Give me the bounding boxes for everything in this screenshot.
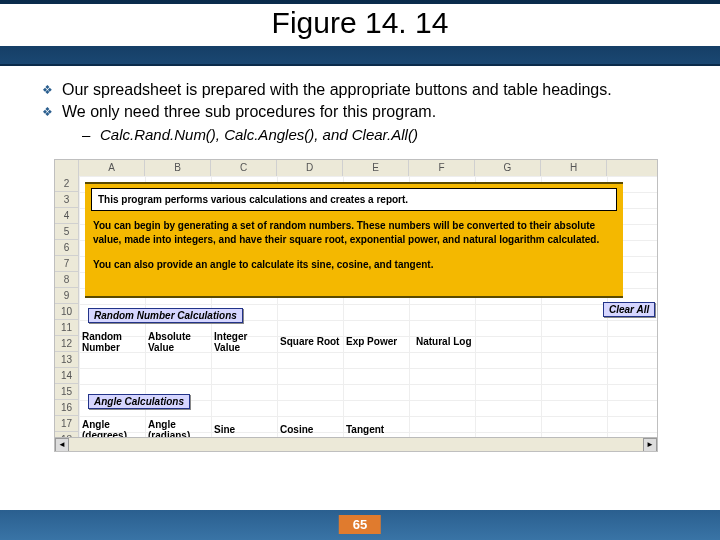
row-header[interactable]: 6 — [55, 240, 79, 256]
dash-bullet-icon: – — [82, 126, 100, 145]
col-header[interactable]: E — [343, 160, 409, 176]
bullet-item: ❖ Our spreadsheet is prepared with the a… — [42, 80, 692, 100]
page-number: 65 — [339, 515, 381, 534]
spreadsheet-screenshot: A B C D E F G H 2 3 4 5 6 7 8 9 10 11 12… — [54, 159, 658, 452]
slide-title: Figure 14. 14 — [0, 4, 720, 46]
col-label: Square Root — [277, 328, 343, 356]
bullet-text: We only need three sub procedures for th… — [62, 102, 692, 122]
row-header[interactable]: 4 — [55, 208, 79, 224]
row-header[interactable]: 14 — [55, 368, 79, 384]
instruction-line: You can begin by generating a set of ran… — [91, 215, 617, 250]
scroll-left-icon[interactable]: ◄ — [55, 438, 69, 451]
row-headers: 2 3 4 5 6 7 8 9 10 11 12 13 14 15 16 17 … — [55, 176, 79, 448]
row-header[interactable]: 17 — [55, 416, 79, 432]
col-label: Absolute Value — [145, 328, 211, 356]
instruction-line: You can also provide an angle to calcula… — [91, 254, 617, 276]
scroll-right-icon[interactable]: ► — [643, 438, 657, 451]
row-header[interactable]: 2 — [55, 176, 79, 192]
diamond-bullet-icon: ❖ — [42, 80, 62, 100]
random-table-headers: Random Number Absolute Value Integer Val… — [79, 328, 487, 356]
select-all-cell[interactable] — [55, 160, 79, 176]
row-header[interactable]: 13 — [55, 352, 79, 368]
col-label: Natural Log — [413, 328, 487, 356]
row-header[interactable]: 9 — [55, 288, 79, 304]
row-header[interactable]: 5 — [55, 224, 79, 240]
row-header[interactable]: 16 — [55, 400, 79, 416]
horizontal-scrollbar[interactable]: ◄ ► — [55, 437, 657, 451]
col-label: Random Number — [79, 328, 145, 356]
row-header[interactable]: 8 — [55, 272, 79, 288]
instructions-panel: This program performs various calculatio… — [85, 182, 623, 298]
col-header[interactable]: D — [277, 160, 343, 176]
bullet-item: ❖ We only need three sub procedures for … — [42, 102, 692, 122]
worksheet-area: A B C D E F G H 2 3 4 5 6 7 8 9 10 11 12… — [55, 160, 657, 451]
row-header[interactable]: 3 — [55, 192, 79, 208]
angle-calc-button[interactable]: Angle Calculations — [88, 394, 190, 409]
row-header[interactable]: 15 — [55, 384, 79, 400]
col-header[interactable]: C — [211, 160, 277, 176]
clear-all-button[interactable]: Clear All — [603, 302, 655, 317]
row-header[interactable]: 11 — [55, 320, 79, 336]
random-number-calc-button[interactable]: Random Number Calculations — [88, 308, 243, 323]
title-band: Figure 14. 14 — [0, 0, 720, 66]
col-header[interactable]: H — [541, 160, 607, 176]
col-label: Exp Power — [343, 328, 413, 356]
col-header[interactable]: A — [79, 160, 145, 176]
col-header[interactable]: G — [475, 160, 541, 176]
col-header[interactable]: B — [145, 160, 211, 176]
row-header[interactable]: 7 — [55, 256, 79, 272]
instruction-line: This program performs various calculatio… — [91, 188, 617, 212]
col-header[interactable]: F — [409, 160, 475, 176]
row-header[interactable]: 12 — [55, 336, 79, 352]
bullet-text: Our spreadsheet is prepared with the app… — [62, 80, 692, 100]
diamond-bullet-icon: ❖ — [42, 102, 62, 122]
col-label: Integer Value — [211, 328, 277, 356]
sub-bullet-text: Calc.Rand.Num(), Calc.Angles(), and Clea… — [100, 126, 692, 145]
column-headers: A B C D E F G H — [55, 160, 657, 177]
row-header[interactable]: 10 — [55, 304, 79, 320]
sub-bullet-item: – Calc.Rand.Num(), Calc.Angles(), and Cl… — [82, 126, 692, 145]
bullet-list: ❖ Our spreadsheet is prepared with the a… — [0, 66, 720, 149]
